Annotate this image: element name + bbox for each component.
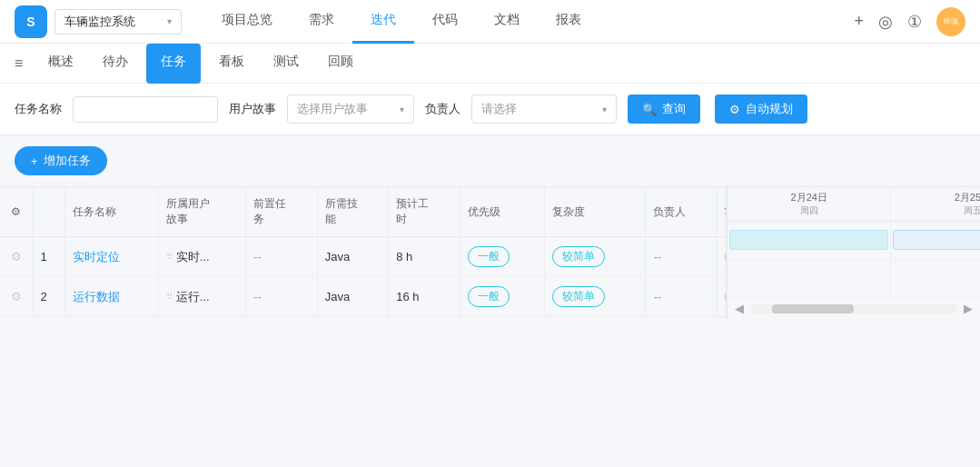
col-header-prereq: 前置任务 xyxy=(246,187,318,237)
top-nav-links: 项目总览 需求 迭代 代码 文档 报表 xyxy=(203,0,854,44)
bell-icon[interactable]: ① xyxy=(907,12,922,32)
plus-icon: + xyxy=(31,154,38,168)
settings-icon[interactable]: ⚙ xyxy=(11,205,21,218)
row-settings-cell: ⚙ xyxy=(0,237,33,277)
main-content: ⚙ 任务名称 所属用户故事 前置任务 所需技能 预计工时 xyxy=(0,187,980,319)
nav-right: + ◎ ① 咔滋 xyxy=(854,7,965,36)
sub-link-review[interactable]: 回顾 xyxy=(313,44,368,84)
chevron-down-icon: ▾ xyxy=(167,16,172,26)
user-story-label: 用户故事 xyxy=(229,101,276,117)
nav-link-iteration[interactable]: 迭代 xyxy=(352,0,414,44)
row-name: 实时定位 xyxy=(65,237,158,277)
gantt-bar xyxy=(893,230,980,250)
nav-link-code[interactable]: 代码 xyxy=(414,0,476,44)
gantt-cell xyxy=(728,260,891,298)
gantt-table: 2月24日周四2月25日周五2月26日周六2月27日周日2 xyxy=(728,187,980,298)
row-assignee: -- xyxy=(646,277,718,317)
gantt-area: 2月24日周四2月25日周五2月26日周六2月27日周日2 ◀ ▶ xyxy=(726,187,980,319)
sub-link-todo[interactable]: 待办 xyxy=(88,44,143,84)
col-header-userstory: 所属用户故事 xyxy=(158,187,245,237)
nav-link-reports[interactable]: 报表 xyxy=(538,0,599,44)
logo[interactable]: S xyxy=(15,5,47,38)
nav-link-docs[interactable]: 文档 xyxy=(476,0,538,44)
assignee-chevron-icon: ▾ xyxy=(602,104,607,114)
col-header-complexity: 复杂度 xyxy=(545,187,646,237)
drag-handle-icon: ⠿ xyxy=(166,292,173,302)
row-complexity: 较简单 xyxy=(545,237,646,277)
target-icon[interactable]: ◎ xyxy=(878,12,893,32)
col-header-priority: 优先级 xyxy=(460,187,544,237)
add-task-label: 增加任务 xyxy=(44,153,91,169)
row-userstory: ⠿ 运行... xyxy=(158,277,245,317)
row-status: 未开始 xyxy=(717,237,726,277)
task-link[interactable]: 实时定位 xyxy=(73,250,120,263)
row-prereq: -- xyxy=(246,237,318,277)
nav-link-requirements[interactable]: 需求 xyxy=(291,0,352,44)
task-table: ⚙ 任务名称 所属用户故事 前置任务 所需技能 预计工时 xyxy=(0,187,726,317)
nav-link-overview[interactable]: 项目总览 xyxy=(203,0,291,44)
auto-plan-label: 自动规划 xyxy=(746,101,793,117)
table-header-row: ⚙ 任务名称 所属用户故事 前置任务 所需技能 预计工时 xyxy=(0,187,726,237)
assignee-placeholder: 请选择 xyxy=(481,101,517,117)
gantt-date-header: 2月25日周五 xyxy=(891,187,980,222)
assignee-label: 负责人 xyxy=(425,101,460,117)
query-label: 查询 xyxy=(662,101,686,117)
row-skills: Java xyxy=(317,277,389,317)
row-complexity: 较简单 xyxy=(545,277,646,317)
sub-link-overview[interactable]: 概述 xyxy=(34,44,88,84)
col-header-status: 状态 xyxy=(717,187,726,237)
sub-nav: ≡ 概述 待办 任务 看板 测试 回顾 xyxy=(0,44,980,84)
sub-link-task[interactable]: 任务 xyxy=(146,44,201,84)
avatar[interactable]: 咔滋 xyxy=(936,7,965,36)
task-name-label: 任务名称 xyxy=(15,101,62,117)
logo-text: S xyxy=(26,15,35,29)
row-priority: 一般 xyxy=(460,277,544,317)
user-story-placeholder: 选择用户故事 xyxy=(297,101,368,117)
gantt-row xyxy=(728,260,980,298)
row-num: 2 xyxy=(33,277,65,317)
table-row: ⚙ 1 实时定位 ⠿ 实时... -- Java 8 h 一般 较简单 -- 未… xyxy=(0,237,726,277)
task-link[interactable]: 运行数据 xyxy=(73,290,120,303)
sub-link-test[interactable]: 测试 xyxy=(259,44,313,84)
assignee-select[interactable]: 请选择 ▾ xyxy=(471,94,617,124)
gear-icon: ⚙ xyxy=(729,103,740,116)
plus-icon[interactable]: + xyxy=(854,12,864,31)
col-header-num xyxy=(33,187,65,237)
task-name-input[interactable] xyxy=(73,96,218,123)
avatar-text: 咔滋 xyxy=(944,16,958,26)
task-table-area: ⚙ 任务名称 所属用户故事 前置任务 所需技能 预计工时 xyxy=(0,187,726,319)
gantt-row xyxy=(728,222,980,260)
table-row: ⚙ 2 运行数据 ⠿ 运行... -- Java 16 h 一般 较简单 -- … xyxy=(0,277,726,317)
gantt-scrollbar[interactable] xyxy=(751,304,956,313)
auto-plan-button[interactable]: ⚙ 自动规划 xyxy=(715,94,807,124)
gantt-header-row: 2月24日周四2月25日周五2月26日周六2月27日周日2 xyxy=(728,187,980,222)
row-num: 1 xyxy=(33,237,65,277)
row-skills: Java xyxy=(317,237,389,277)
menu-icon[interactable]: ≡ xyxy=(15,55,23,72)
user-story-select[interactable]: 选择用户故事 ▾ xyxy=(287,94,414,124)
query-button[interactable]: 🔍 查询 xyxy=(628,94,700,124)
gantt-body xyxy=(728,222,980,298)
col-header-name: 任务名称 xyxy=(65,187,158,237)
add-task-bar: + 增加任务 xyxy=(0,135,980,187)
row-status: 未开始 xyxy=(717,277,726,317)
task-table-body: ⚙ 1 实时定位 ⠿ 实时... -- Java 8 h 一般 较简单 -- 未… xyxy=(0,237,726,317)
project-selector[interactable]: 车辆监控系统 ▾ xyxy=(54,9,182,35)
row-settings-cell: ⚙ xyxy=(0,277,33,317)
gantt-date-header: 2月24日周四 xyxy=(728,187,891,222)
row-priority: 一般 xyxy=(460,237,544,277)
drag-handle-icon: ⠿ xyxy=(166,252,173,262)
settings-col-header[interactable]: ⚙ xyxy=(0,187,33,237)
row-hours: 16 h xyxy=(389,277,460,317)
gantt-nav-bar: ◀ ▶ xyxy=(728,298,980,319)
sub-link-kanban[interactable]: 看板 xyxy=(204,44,259,84)
gantt-next-button[interactable]: ▶ xyxy=(964,302,973,315)
row-userstory: ⠿ 实时... xyxy=(158,237,245,277)
gantt-prev-button[interactable]: ◀ xyxy=(735,302,744,315)
add-task-button[interactable]: + 增加任务 xyxy=(15,146,107,175)
col-header-skills: 所需技能 xyxy=(317,187,389,237)
row-hours: 8 h xyxy=(389,237,460,277)
gantt-scrollbar-thumb xyxy=(772,304,854,313)
row-assignee: -- xyxy=(646,237,718,277)
top-nav: S 车辆监控系统 ▾ 项目总览 需求 迭代 代码 文档 报表 + ◎ ① 咔滋 xyxy=(0,0,980,44)
